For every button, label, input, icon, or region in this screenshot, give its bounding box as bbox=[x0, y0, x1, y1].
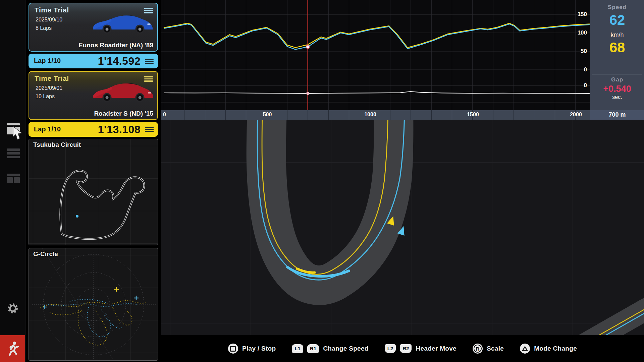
speed-tick: 150 bbox=[572, 11, 587, 18]
exit-button[interactable] bbox=[0, 335, 25, 362]
cursor-gap-dot bbox=[306, 92, 309, 95]
control-label: Header Move bbox=[416, 345, 457, 352]
g-circle-plot bbox=[29, 248, 158, 360]
car-image-red-roadster bbox=[91, 81, 155, 103]
session-card-blue[interactable]: Time Trial 2025/09/10 8 Laps Eunos Roadd… bbox=[29, 3, 158, 52]
session-type: Time Trial bbox=[35, 74, 69, 82]
control-label: Scale bbox=[487, 345, 504, 352]
session-laps: 8 Laps bbox=[36, 25, 52, 31]
session-laps: 10 Laps bbox=[36, 94, 55, 100]
gap-tick: 0 bbox=[572, 82, 587, 89]
l1-button-icon: L1 bbox=[292, 344, 303, 353]
scale-control[interactable]: R Scale bbox=[473, 344, 504, 354]
lap-time-bar-yellow[interactable]: Lap 1/10 1'13.108 bbox=[29, 122, 158, 137]
lap-time-bar-blue[interactable]: Lap 1/10 1'14.592 bbox=[29, 54, 158, 68]
lap-time: 1'13.108 bbox=[98, 123, 141, 136]
list-view-icon[interactable] bbox=[7, 148, 20, 158]
distance-axis: 0 500 1000 1500 2000 bbox=[161, 110, 590, 120]
track-map bbox=[29, 139, 158, 245]
change-speed-control[interactable]: L1 R1 Change Speed bbox=[292, 344, 368, 353]
distance-readout: 700 m bbox=[590, 110, 644, 120]
speed-value-yellow: 68 bbox=[590, 40, 644, 56]
track-surface bbox=[266, 120, 394, 285]
track-view[interactable] bbox=[161, 120, 644, 362]
control-label: Change Speed bbox=[323, 345, 369, 352]
lap-menu-icon[interactable] bbox=[145, 59, 154, 65]
speed-tick: 50 bbox=[572, 48, 587, 55]
replay-telemetry-screen: Time Trial 2025/09/10 8 Laps Eunos Roadd… bbox=[0, 0, 644, 362]
right-stick-icon: R bbox=[473, 344, 483, 354]
l2-button-icon: L2 bbox=[385, 344, 396, 353]
running-person-icon bbox=[6, 341, 19, 356]
speed-header: Speed bbox=[590, 4, 644, 11]
chart-gridlines bbox=[161, 14, 590, 102]
lap-menu-icon[interactable] bbox=[145, 127, 154, 133]
mouse-cursor-icon bbox=[12, 126, 23, 141]
cursor-speed-dot bbox=[306, 45, 309, 49]
g-marker-yellow bbox=[114, 287, 119, 292]
triangle-button-icon bbox=[520, 344, 530, 354]
play-stop-control[interactable]: Play / Stop bbox=[228, 344, 276, 354]
r2-button-icon: R2 bbox=[400, 344, 412, 353]
square-button-icon bbox=[228, 344, 238, 354]
control-hints-bar: Play / Stop L1 R1 Change Speed L2 R2 Hea… bbox=[161, 335, 644, 362]
speed-tick: 0 bbox=[572, 66, 587, 73]
x-tick: 1000 bbox=[364, 112, 376, 118]
car-image-blue-roadster bbox=[91, 13, 155, 35]
lap-label: Lap 1/10 bbox=[34, 57, 61, 65]
header-move-control[interactable]: L2 R2 Header Move bbox=[385, 344, 457, 353]
r1-button-icon: R1 bbox=[307, 344, 319, 353]
g-trace-blue bbox=[48, 299, 137, 337]
session-date: 2025/09/10 bbox=[36, 17, 62, 23]
telemetry-readout-panel: Speed 62 km/h 68 Gap +0.540 sec. 700 m bbox=[590, 0, 644, 120]
x-tick: 500 bbox=[263, 112, 272, 118]
divider bbox=[592, 74, 642, 74]
lap-label: Lap 1/10 bbox=[34, 125, 61, 133]
speed-tick: 100 bbox=[572, 29, 587, 36]
g-circle-panel: G-Circle bbox=[29, 248, 158, 361]
split-view-icon[interactable] bbox=[7, 174, 20, 183]
session-card-yellow[interactable]: Time Trial 2025/09/01 10 Laps Roadster S… bbox=[29, 71, 158, 120]
telemetry-chart[interactable]: 150 100 50 0 0 0 500 1000 1500 2000 bbox=[161, 0, 590, 120]
track-map-title: Tsukuba Circuit bbox=[33, 141, 81, 148]
speed-line-yellow bbox=[164, 23, 590, 48]
sidebar bbox=[0, 0, 25, 362]
gap-value: +0.540 bbox=[590, 84, 644, 94]
session-date: 2025/09/01 bbox=[36, 85, 62, 91]
session-type: Time Trial bbox=[35, 6, 69, 14]
x-tick: 2000 bbox=[570, 112, 582, 118]
car-name: Eunos Roaddter (NA) '89 bbox=[78, 42, 153, 49]
control-label: Mode Change bbox=[534, 345, 577, 352]
speed-value-blue: 62 bbox=[590, 12, 644, 28]
x-tick: 0 bbox=[163, 112, 166, 118]
lap-time: 1'14.592 bbox=[98, 55, 141, 67]
speed-unit: km/h bbox=[590, 32, 644, 39]
distance-value: 700 m bbox=[590, 111, 644, 118]
gap-line bbox=[164, 92, 590, 94]
x-tick: 1500 bbox=[467, 112, 479, 118]
car-name: Roadster S (ND) '15 bbox=[94, 110, 153, 117]
control-label: Play / Stop bbox=[242, 345, 276, 352]
g-circle-title: G-Circle bbox=[33, 250, 58, 258]
track-map-panel: Tsukuba Circuit bbox=[29, 139, 158, 245]
car-position-dot bbox=[76, 215, 78, 218]
g-marker-blue bbox=[134, 296, 139, 300]
settings-gear-icon[interactable] bbox=[6, 302, 19, 315]
gap-header: Gap bbox=[590, 76, 644, 83]
g-marker-blue-2 bbox=[43, 305, 47, 309]
mode-change-control[interactable]: Mode Change bbox=[520, 344, 577, 354]
gap-unit: sec. bbox=[590, 94, 644, 100]
